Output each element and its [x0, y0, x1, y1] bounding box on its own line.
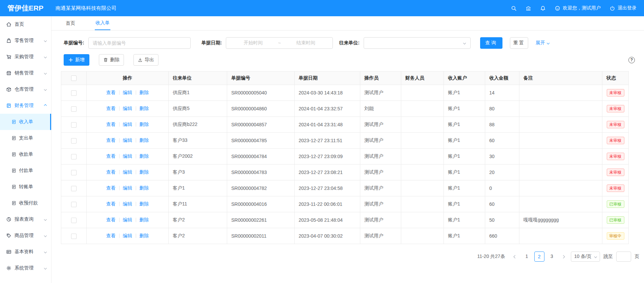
search-icon[interactable] [511, 5, 517, 11]
sidebar-item-receipt-bill[interactable]: 收款单 [0, 146, 51, 162]
view-link[interactable]: 查看 [106, 233, 116, 238]
view-link[interactable]: 查看 [106, 201, 116, 206]
col-date: 单据日期 [295, 71, 360, 85]
chevron-left-icon [514, 255, 517, 258]
delete-link[interactable]: 删除 [139, 169, 149, 175]
document-icon [12, 201, 16, 205]
select-all-checkbox[interactable] [71, 75, 77, 81]
delete-link[interactable]: 删除 [139, 90, 149, 95]
sidebar-item-sales[interactable]: 销售管理 [0, 65, 51, 81]
page-button-1[interactable]: 1 [523, 252, 531, 262]
edit-link[interactable]: 编辑 [123, 90, 132, 95]
help-icon[interactable]: ? [628, 57, 635, 63]
view-link[interactable]: 查看 [106, 185, 116, 191]
delete-link[interactable]: 删除 [139, 122, 149, 127]
partner-select[interactable] [364, 37, 471, 49]
date-range-picker[interactable]: 开始时间 ~ 结束时间 [226, 37, 333, 49]
bank-icon[interactable] [525, 5, 531, 11]
table-row: 查看编辑删除 客户3 SR00000004783 2023-12-27 23:0… [61, 165, 629, 180]
sidebar-item-payment-bill[interactable]: 付款单 [0, 162, 51, 179]
delete-button[interactable]: 删除 [99, 54, 124, 66]
power-icon [609, 5, 615, 11]
view-link[interactable]: 查看 [106, 169, 116, 175]
edit-link[interactable]: 编辑 [123, 122, 132, 127]
sidebar-item-reports[interactable]: 报表查询 [0, 211, 51, 227]
page-size-select[interactable]: 10 条/页 [571, 252, 600, 262]
delete-link[interactable]: 删除 [139, 233, 149, 238]
row-checkbox[interactable] [71, 122, 77, 128]
sidebar-item-warehouse[interactable]: 仓库管理 [0, 81, 51, 97]
edit-link[interactable]: 编辑 [123, 169, 132, 175]
sidebar-item-retail[interactable]: 零售管理 [0, 32, 51, 49]
date-end-placeholder: 结束时间 [283, 40, 328, 46]
view-link[interactable]: 查看 [106, 217, 116, 222]
status-badge: 已审核 [607, 216, 624, 224]
search-button[interactable]: 查询 [480, 37, 502, 49]
chevron-right-icon [562, 255, 565, 258]
delete-link[interactable]: 删除 [139, 106, 149, 111]
row-checkbox[interactable] [71, 202, 77, 207]
export-button[interactable]: 导出 [133, 54, 158, 66]
col-actions: 操作 [87, 71, 169, 85]
delete-link[interactable]: 删除 [139, 185, 149, 191]
logout-button[interactable]: 退出登录 [609, 5, 637, 11]
view-link[interactable]: 查看 [106, 90, 116, 95]
add-button[interactable]: 新增 [64, 54, 89, 66]
row-checkbox[interactable] [71, 186, 77, 191]
chevron-down-icon [44, 88, 47, 91]
page-button-3[interactable]: 3 [548, 252, 556, 262]
page-button-2-current[interactable]: 2 [534, 252, 544, 262]
user-welcome[interactable]: 欢迎您，测试用户 [555, 5, 601, 11]
edit-link[interactable]: 编辑 [123, 233, 132, 238]
row-checkbox[interactable] [71, 170, 77, 175]
col-remark: 备注 [519, 71, 602, 85]
view-link[interactable]: 查看 [106, 137, 116, 143]
sidebar-item-goods[interactable]: 商品管理 [0, 227, 51, 244]
plus-icon [68, 58, 73, 62]
prev-page-button[interactable] [511, 256, 519, 258]
sidebar-item-finance[interactable]: 财务管理 [0, 97, 51, 114]
sidebar-item-income-bill[interactable]: 收入单 [0, 114, 51, 130]
edit-link[interactable]: 编辑 [123, 185, 132, 191]
toolbar: 新增 删除 导出 ? [64, 54, 635, 66]
row-checkbox[interactable] [71, 154, 77, 159]
row-checkbox[interactable] [71, 218, 77, 223]
sidebar-item-homepage[interactable]: 首页 [0, 16, 51, 32]
delete-link[interactable]: 删除 [139, 137, 149, 143]
goods-icon [6, 233, 12, 238]
jump-label: 跳至 [603, 254, 613, 260]
sidebar-item-advance-receipt[interactable]: 收预付款 [0, 195, 51, 211]
row-checkbox[interactable] [71, 90, 77, 96]
delete-link[interactable]: 删除 [139, 201, 149, 206]
edit-link[interactable]: 编辑 [123, 137, 132, 143]
status-badge: 未审核 [607, 89, 624, 96]
row-checkbox[interactable] [71, 106, 77, 112]
view-link[interactable]: 查看 [106, 106, 116, 111]
expand-link[interactable]: 展开 [536, 40, 549, 46]
delete-link[interactable]: 删除 [139, 217, 149, 222]
row-checkbox[interactable] [71, 234, 77, 239]
delete-link[interactable]: 删除 [139, 153, 149, 159]
jump-page-input[interactable] [616, 252, 631, 262]
bill-no-input[interactable] [88, 37, 191, 49]
table-row: 查看编辑删除 客户2 SR00000002011 2023-04-07 00:3… [61, 228, 629, 244]
sidebar-item-expense-bill[interactable]: 支出单 [0, 130, 51, 146]
sidebar-item-transfer-bill[interactable]: 转账单 [0, 179, 51, 195]
edit-link[interactable]: 编辑 [123, 106, 132, 111]
bell-icon[interactable] [540, 5, 546, 11]
view-link[interactable]: 查看 [106, 122, 116, 127]
sidebar-item-system[interactable]: 系统管理 [0, 260, 51, 276]
sidebar-item-basic-data[interactable]: 基本资料 [0, 244, 51, 260]
tab-income-bill[interactable]: 收入单 [95, 16, 110, 30]
edit-link[interactable]: 编辑 [123, 201, 132, 206]
tab-home[interactable]: 首页 [65, 16, 76, 30]
chevron-down-icon [44, 267, 47, 269]
reset-button[interactable]: 重置 [510, 37, 528, 49]
next-page-button[interactable] [559, 256, 567, 258]
view-link[interactable]: 查看 [106, 153, 116, 159]
sidebar-item-purchase[interactable]: 采购管理 [0, 49, 51, 65]
edit-link[interactable]: 编辑 [123, 153, 132, 159]
edit-link[interactable]: 编辑 [123, 217, 132, 222]
table-row: 查看编辑删除 供应商5 SR00000004860 2024-01-04 23:… [61, 101, 629, 117]
row-checkbox[interactable] [71, 138, 77, 144]
